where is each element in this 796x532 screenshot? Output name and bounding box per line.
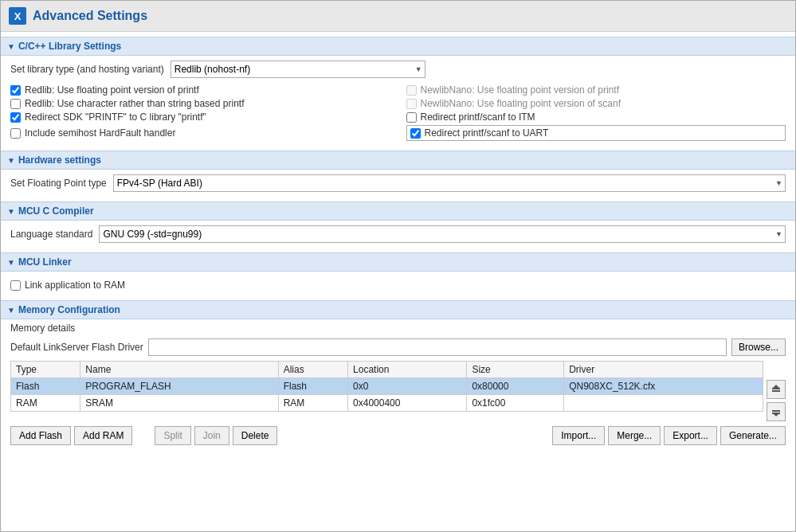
join-button[interactable]: Join	[194, 426, 229, 445]
checkbox-newlibnano-printf-label: NewlibNano: Use floating point version o…	[421, 84, 619, 96]
link-app-ram-input[interactable]	[10, 280, 21, 291]
cell-type: RAM	[11, 395, 80, 412]
checkbox-semihost-hardfault-label: Include semihost HardFault handler	[25, 127, 175, 139]
memory-table-header-row: Type Name Alias Location Size Driver	[11, 362, 763, 378]
col-location: Location	[348, 362, 467, 378]
checkbox-redirect-itm-input[interactable]	[406, 112, 417, 123]
split-button[interactable]: Split	[155, 426, 190, 445]
hardware-title: Hardware settings	[18, 155, 101, 166]
cpp-library-arrow-icon: ▼	[7, 42, 15, 51]
checkbox-redlib-char-printf-input[interactable]	[10, 99, 21, 109]
browse-button[interactable]: Browse...	[731, 338, 786, 356]
checkbox-redirect-uart-label: Redirect printf/scanf to UART	[425, 127, 549, 139]
link-app-ram-checkbox: Link application to RAM	[10, 276, 786, 294]
move-down-icon	[771, 406, 782, 417]
svg-rect-3	[772, 410, 780, 412]
table-side-buttons	[767, 361, 786, 421]
flash-driver-label: Default LinkServer Flash Driver	[10, 342, 143, 353]
library-type-select[interactable]: Redlib (nohost-nf) Newlib Newlib Nano	[171, 61, 425, 78]
library-type-label: Set library type (and hosting variant)	[10, 64, 164, 75]
checkbox-redirect-sdk-printf-label: Redirect SDK "PRINTF" to C library "prin…	[25, 111, 206, 123]
memory-table-container: Type Name Alias Location Size Driver Fla…	[10, 361, 786, 421]
fp-type-row: Set Floating Point type FPv4-SP (Hard AB…	[10, 174, 786, 192]
delete-button[interactable]: Delete	[233, 426, 278, 445]
mcu-compiler-section-header[interactable]: ▼ MCU C Compiler	[1, 201, 795, 221]
add-ram-button[interactable]: Add RAM	[74, 426, 132, 445]
bottom-buttons-row: Add Flash Add RAM Split Join Delete Impo…	[10, 426, 786, 445]
svg-rect-1	[772, 390, 780, 392]
lang-standard-select[interactable]: GNU C99 (-std=gnu99) C99 C11 GNU C11	[99, 225, 786, 243]
flash-driver-input[interactable]	[148, 338, 727, 356]
cell-size: 0x1fc00	[467, 395, 564, 412]
add-flash-button[interactable]: Add Flash	[10, 426, 71, 445]
checkbox-redirect-sdk-printf-input[interactable]	[10, 112, 21, 123]
mcu-compiler-body: Language standard GNU C99 (-std=gnu99) C…	[1, 221, 795, 251]
checkbox-redirect-uart-input[interactable]	[410, 128, 421, 139]
checkbox-semihost-hardfault: Include semihost HardFault handler	[10, 125, 390, 141]
checkbox-redlib-printf-float: Redlib: Use floating point version of pr…	[10, 84, 390, 96]
cell-name: SRAM	[80, 395, 278, 412]
cell-location: 0x4000400	[348, 395, 467, 412]
checkbox-redlib-char-printf: Redlib: Use character rather than string…	[10, 98, 390, 109]
checkbox-redirect-uart: Redirect printf/scanf to UART	[406, 125, 786, 141]
svg-rect-0	[772, 388, 780, 389]
col-alias: Alias	[278, 362, 347, 378]
library-type-select-wrapper: Redlib (nohost-nf) Newlib Newlib Nano	[171, 61, 425, 78]
mcu-linker-body: Link application to RAM	[1, 272, 795, 299]
cpp-library-title: C/C++ Library Settings	[18, 41, 121, 52]
checkbox-newlibnano-scanf-input[interactable]	[406, 99, 417, 109]
title-bar: X Advanced Settings	[1, 1, 795, 32]
flash-driver-row: Default LinkServer Flash Driver Browse..…	[10, 338, 786, 356]
import-button[interactable]: Import...	[552, 426, 605, 445]
col-type: Type	[11, 362, 80, 378]
checkboxes-grid: Redlib: Use floating point version of pr…	[10, 81, 786, 144]
memory-config-section-header[interactable]: ▼ Memory Configuration	[1, 300, 795, 319]
settings-content: ▼ C/C++ Library Settings Set library typ…	[1, 32, 795, 531]
checkbox-newlibnano-scanf: NewlibNano: Use floating point version o…	[406, 98, 786, 109]
checkbox-redlib-printf-float-input[interactable]	[10, 85, 21, 96]
generate-button[interactable]: Generate...	[720, 426, 786, 445]
mcu-linker-arrow-icon: ▼	[7, 258, 15, 267]
memory-table: Type Name Alias Location Size Driver Fla…	[10, 361, 763, 412]
mcu-linker-title: MCU Linker	[18, 256, 72, 268]
window-icon: X	[9, 7, 26, 25]
memory-table-header: Type Name Alias Location Size Driver	[11, 362, 763, 378]
merge-button[interactable]: Merge...	[608, 426, 661, 445]
table-row[interactable]: Flash PROGRAM_FLASH Flash 0x0 0x80000 QN…	[11, 378, 763, 395]
checkbox-redirect-sdk-printf: Redirect SDK "PRINTF" to C library "prin…	[10, 111, 390, 123]
col-name: Name	[80, 362, 278, 378]
lang-standard-select-wrapper: GNU C99 (-std=gnu99) C99 C11 GNU C11	[99, 225, 786, 243]
checkbox-redirect-itm-label: Redirect printf/scanf to ITM	[421, 111, 535, 123]
cell-size: 0x80000	[467, 378, 564, 395]
cell-driver: QN908XC_512K.cfx	[564, 378, 763, 395]
cell-driver	[564, 395, 763, 412]
move-down-button[interactable]	[767, 402, 786, 421]
checkbox-redlib-printf-float-label: Redlib: Use floating point version of pr…	[25, 84, 199, 96]
svg-marker-2	[773, 385, 779, 388]
library-type-row: Set library type (and hosting variant) R…	[10, 61, 786, 78]
cpp-library-section-header[interactable]: ▼ C/C++ Library Settings	[1, 37, 795, 56]
checkbox-redlib-char-printf-label: Redlib: Use character rather than string…	[25, 98, 244, 109]
memory-details-label: Memory details	[10, 323, 786, 334]
table-row[interactable]: RAM SRAM RAM 0x4000400 0x1fc00	[11, 395, 763, 412]
memory-table-body: Flash PROGRAM_FLASH Flash 0x0 0x80000 QN…	[11, 378, 763, 412]
mcu-linker-section-header[interactable]: ▼ MCU Linker	[1, 252, 795, 272]
checkbox-semihost-hardfault-input[interactable]	[10, 128, 21, 139]
cell-name: PROGRAM_FLASH	[80, 378, 278, 395]
mcu-compiler-title: MCU C Compiler	[18, 205, 94, 217]
cell-location: 0x0	[348, 378, 467, 395]
hardware-section-header[interactable]: ▼ Hardware settings	[1, 151, 795, 170]
cell-alias: Flash	[278, 378, 347, 395]
move-up-button[interactable]	[767, 380, 786, 399]
fp-type-label: Set Floating Point type	[10, 178, 107, 189]
lang-standard-row: Language standard GNU C99 (-std=gnu99) C…	[10, 225, 786, 243]
advanced-settings-window: X Advanced Settings ▼ C/C++ Library Sett…	[0, 0, 796, 532]
cell-alias: RAM	[278, 395, 347, 412]
fp-type-select-wrapper: FPv4-SP (Hard ABI) None FPv5-D16 (Hard A…	[113, 174, 786, 192]
checkbox-newlibnano-printf-input[interactable]	[406, 85, 417, 96]
move-up-icon	[771, 384, 782, 395]
lang-standard-label: Language standard	[10, 229, 92, 240]
page-title: Advanced Settings	[33, 9, 147, 23]
export-button[interactable]: Export...	[664, 426, 717, 445]
fp-type-select[interactable]: FPv4-SP (Hard ABI) None FPv5-D16 (Hard A…	[113, 174, 786, 192]
